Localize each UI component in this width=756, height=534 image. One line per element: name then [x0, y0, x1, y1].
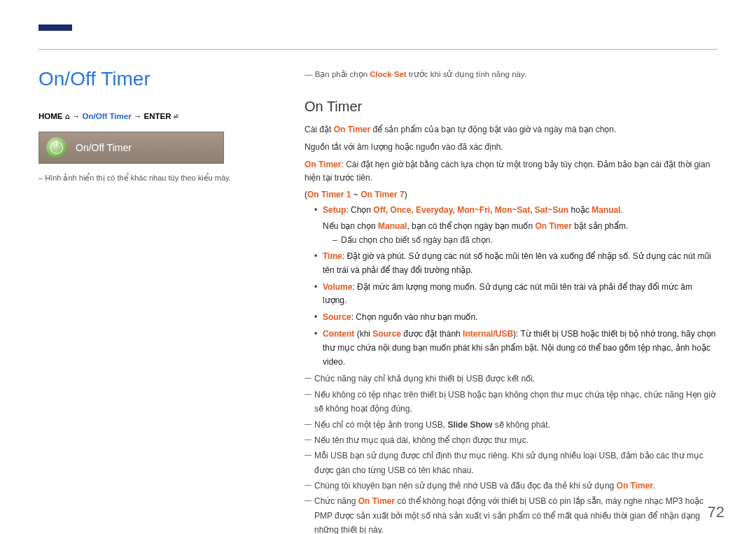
left-column: On/Off Timer HOME ⌂ → On/Off Timer → ENT… [38, 68, 276, 534]
breadcrumb-home: HOME [38, 112, 63, 120]
sub-line: Nếu bạn chọn Manual, bạn có thể chọn ngà… [323, 220, 718, 234]
highlight: Manual [378, 221, 407, 231]
highlight: On Timer [304, 160, 341, 169]
highlight: On Timer [358, 496, 395, 506]
text: : Đặt giờ và phút. Sử dụng các nút số ho… [323, 251, 711, 275]
text: , bạn có thể chọn ngày bạn muốn [407, 221, 535, 231]
text: ~ [351, 190, 360, 199]
prelude-note: ― Bạn phải chọn Clock Set trước khi sử d… [304, 69, 718, 79]
opt-content: Content (khi Source được đặt thành Inter… [314, 328, 718, 369]
opt-volume: Volume: Đặt mức âm lượng mong muốn. Sử d… [314, 281, 718, 309]
note-dash: – [38, 174, 45, 182]
notes-list: Chức năng này chỉ khả dụng khi thiết bị … [304, 372, 718, 534]
paragraph: Nguồn tắt với âm lượng hoặc nguồn vào đã… [304, 141, 718, 155]
opt-source: Source: Chọn nguồn vào như bạn muốn. [314, 311, 718, 325]
opt-setup: Setup: Chọn Off, Once, Everyday, Mon~Fri… [314, 204, 718, 247]
breadcrumb-arrow: → [72, 112, 83, 120]
highlight: Clock Set [370, 70, 406, 78]
note-item: Nếu chỉ có một tệp ảnh trong USB, Slide … [304, 418, 718, 432]
top-rule [38, 28, 718, 29]
highlight: Internal/USB [463, 329, 513, 339]
page-title: On/Off Timer [38, 68, 276, 90]
note-item: Chức năng On Timer có thể không hoạt độn… [304, 494, 718, 534]
breadcrumb-arrow: → [134, 112, 144, 120]
breadcrumb: HOME ⌂ → On/Off Timer → ENTER ⏎ [38, 111, 276, 121]
breadcrumb-path: On/Off Timer [83, 112, 132, 120]
note-item: Chúng tôi khuyên bạn nên sử dụng thẻ nhớ… [304, 479, 718, 493]
text: (khi [354, 329, 372, 339]
highlight: Manual [592, 205, 620, 215]
highlight: Source [323, 312, 351, 322]
highlight: Source [372, 329, 401, 339]
highlight: Volume [323, 282, 352, 292]
home-icon: ⌂ [65, 111, 70, 121]
note-item: Mỗi USB bạn sử dụng được chỉ định thư mụ… [304, 449, 718, 477]
text: Nếu bạn chọn [323, 221, 378, 231]
text: Nếu chỉ có một tệp ảnh trong USB, [314, 420, 447, 430]
timer-range: (On Timer 1 ~ On Timer 7) [304, 190, 718, 199]
page-number: 72 [708, 503, 724, 521]
sub-note: Dấu chọn cho biết số ngày bạn đã chọn. [332, 234, 718, 247]
text: ― Bạn phải chọn [304, 70, 370, 78]
opt-time: Time: Đặt giờ và phút. Sử dụng các nút s… [314, 250, 718, 278]
left-footnote: – Hình ảnh hiển thị có thể khác nhau tùy… [38, 174, 276, 183]
highlight: On Timer 1 [307, 190, 351, 199]
note-item: Chức năng này chỉ khả dụng khi thiết bị … [304, 372, 718, 386]
feature-tile: On/Off Timer [38, 132, 224, 164]
text: hoặc [568, 205, 592, 215]
text: được đặt thành [401, 329, 463, 339]
highlight: On Timer [536, 221, 572, 231]
note-text: Hình ảnh hiển thị có thể khác nhau tùy t… [45, 174, 231, 182]
note-item: Nếu không có tệp nhạc trên thiết bị USB … [304, 388, 718, 416]
tile-label: On/Off Timer [76, 142, 132, 153]
text: Cài đặt [304, 125, 334, 134]
highlight: Setup [323, 205, 346, 215]
page-root: On/Off Timer HOME ⌂ → On/Off Timer → ENT… [0, 0, 756, 534]
paragraph: On Timer: Cài đặt hẹn giờ bật bằng cách … [304, 158, 718, 186]
text: bật sản phẩm. [572, 221, 628, 231]
text: : Chọn nguồn vào như bạn muốn. [351, 312, 478, 322]
right-column: ― Bạn phải chọn Clock Set trước khi sử d… [304, 68, 718, 534]
highlight: Time [323, 251, 342, 261]
text: để sản phẩm của bạn tự động bật vào giờ … [370, 125, 616, 134]
highlight: On Timer [617, 481, 653, 491]
highlight: On Timer [334, 125, 370, 134]
enter-icon: ⏎ [174, 111, 178, 121]
text: : Đặt mức âm lượng mong muốn. Sử dụng cá… [323, 282, 692, 306]
text: Chức năng [314, 496, 358, 506]
power-icon [46, 137, 67, 158]
option-list: Setup: Chọn Off, Once, Everyday, Mon~Fri… [314, 204, 718, 369]
highlight: Off, Once, Everyday, Mon~Fri, Mon~Sat, S… [373, 205, 568, 215]
content-columns: On/Off Timer HOME ⌂ → On/Off Timer → ENT… [38, 68, 718, 534]
accent-bar [38, 24, 72, 31]
highlight: Content [323, 329, 354, 339]
section-heading: On Timer [304, 99, 718, 115]
text: : Cài đặt hẹn giờ bật bằng cách lựa chọn… [304, 160, 710, 183]
text: : Chọn [346, 205, 373, 215]
note-item: Nếu tên thư mục quá dài, không thể chọn … [304, 433, 718, 447]
text: trước khi sử dụng tính năng này. [407, 70, 526, 78]
paragraph: Cài đặt On Timer để sản phẩm của bạn tự … [304, 123, 718, 137]
horizontal-rule [38, 49, 718, 50]
breadcrumb-enter: ENTER [144, 112, 172, 120]
bold: Slide Show [447, 420, 492, 430]
text: sẽ không phát. [492, 420, 550, 430]
text: Chúng tôi khuyên bạn nên sử dụng thẻ nhớ… [314, 481, 617, 491]
highlight: On Timer 7 [360, 190, 404, 199]
text: . [653, 481, 655, 491]
